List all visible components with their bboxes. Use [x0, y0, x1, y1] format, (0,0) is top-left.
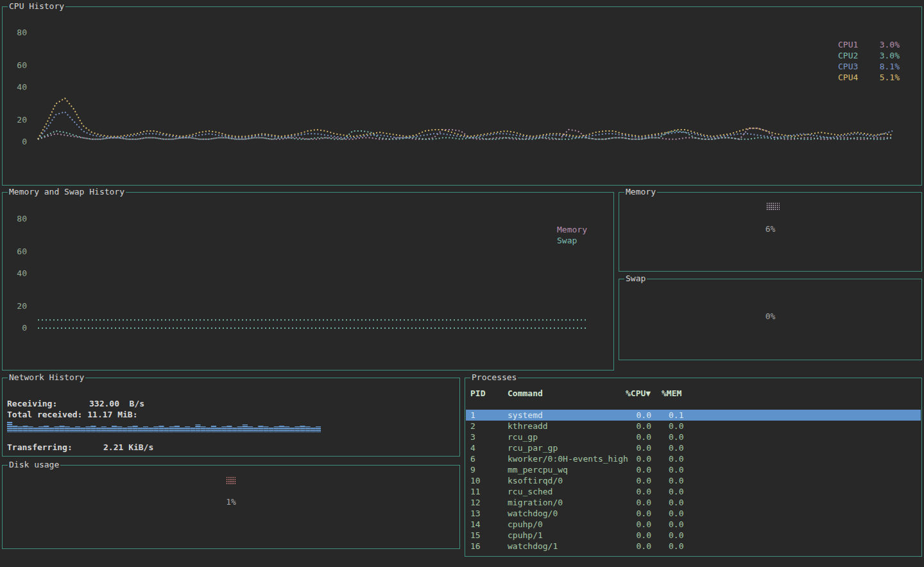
process-row[interactable]: 2kthreadd0.00.0: [466, 421, 921, 432]
process-mem: 0.1: [669, 410, 683, 421]
process-pid: 12: [470, 497, 481, 508]
process-pid: 16: [470, 541, 481, 552]
receiving-label: Receiving:: [7, 399, 57, 409]
process-cpu: 0.0: [626, 475, 651, 486]
process-cpu: 0.0: [626, 410, 651, 421]
disk-usage-title: Disk usage: [8, 460, 60, 470]
process-command: rcu_par_gp: [508, 442, 558, 453]
memory-gauge-title: Memory: [624, 187, 657, 197]
col-header-command[interactable]: Command: [508, 388, 543, 399]
process-row[interactable]: 15cpuhp/10.00.0: [466, 530, 921, 541]
col-header-pid[interactable]: PID: [470, 388, 485, 399]
cpu-history-chart: [3, 7, 921, 185]
process-cpu: 0.0: [626, 486, 651, 497]
process-row[interactable]: 1systemd0.00.1: [466, 410, 921, 421]
process-row[interactable]: 3rcu_gp0.00.0: [466, 432, 921, 442]
transferring-value: 2.21 KiB/s: [103, 442, 153, 453]
process-row[interactable]: 14cpuhp/00.00.0: [466, 519, 921, 530]
process-pid: 15: [470, 530, 481, 541]
process-command: systemd: [508, 410, 543, 421]
processes-title: Processes: [470, 372, 518, 383]
process-cpu: 0.0: [626, 508, 651, 519]
process-command: mm_percpu_wq: [508, 464, 568, 475]
col-header-mem[interactable]: %MEM: [662, 388, 681, 399]
process-cpu: 0.0: [626, 432, 651, 442]
process-row[interactable]: 13watchdog/00.00.0: [466, 508, 921, 519]
cpu-legend-entry: CPU13.0%: [838, 39, 900, 50]
process-cpu: 0.0: [626, 530, 651, 541]
process-row[interactable]: 11rcu_sched0.00.0: [466, 486, 921, 497]
cpu-legend-entry: CPU38.1%: [838, 61, 900, 72]
process-row[interactable]: 16watchdog/10.00.0: [466, 541, 921, 552]
process-pid: 14: [470, 519, 481, 530]
process-row[interactable]: 6kworker/0:0H-events_high0.00.0: [466, 453, 921, 464]
swap-gauge-panel: Swap 0%: [619, 279, 922, 360]
process-cpu: 0.0: [626, 464, 651, 475]
receiving-value: 332.00 B/s: [89, 399, 144, 409]
memswap-legend-entry: Memory: [557, 224, 587, 235]
process-mem: 0.0: [669, 464, 683, 475]
process-pid: 1: [470, 410, 475, 421]
process-pid: 10: [470, 475, 481, 486]
process-cpu: 0.0: [626, 519, 651, 530]
process-cpu: 0.0: [626, 421, 651, 432]
process-mem: 0.0: [669, 421, 683, 432]
process-row[interactable]: 10ksoftirqd/00.00.0: [466, 475, 921, 486]
process-command: watchdog/1: [508, 541, 558, 552]
transferring-label: Transferring:: [7, 442, 73, 453]
process-command: kworker/0:0H-events_high: [508, 453, 628, 464]
process-mem: 0.0: [669, 475, 683, 486]
process-mem: 0.0: [669, 508, 683, 519]
process-row[interactable]: 12migration/00.00.0: [466, 497, 921, 508]
process-mem: 0.0: [669, 442, 683, 453]
network-history-panel: Network History Receiving: 332.00 B/s To…: [2, 378, 460, 457]
disk-usage-panel: Disk usage 1%: [2, 465, 460, 549]
process-mem: 0.0: [669, 453, 683, 464]
process-pid: 2: [470, 421, 475, 432]
process-cpu: 0.0: [626, 442, 651, 453]
process-pid: 13: [470, 508, 481, 519]
col-header-cpu[interactable]: %CPU▼: [626, 388, 651, 399]
process-command: rcu_gp: [508, 432, 538, 442]
process-mem: 0.0: [669, 486, 683, 497]
memory-swap-chart: [3, 193, 613, 370]
process-row[interactable]: 9mm_percpu_wq0.00.0: [466, 464, 921, 475]
memory-swap-history-panel: Memory and Swap History 806040200 Memory…: [2, 192, 614, 371]
cpu-legend-entry: CPU23.0%: [838, 50, 900, 61]
process-cpu: 0.0: [626, 453, 651, 464]
process-pid: 11: [470, 486, 481, 497]
process-command: watchdog/0: [508, 508, 558, 519]
processes-panel: Processes PID Command %CPU▼ %MEM 1system…: [465, 378, 922, 557]
memswap-legend-entry: Swap: [557, 235, 577, 246]
process-pid: 3: [470, 432, 475, 442]
process-cpu: 0.0: [626, 541, 651, 552]
process-command: cpuhp/0: [508, 519, 543, 530]
network-receive-sparkline: [7, 414, 328, 433]
process-mem: 0.0: [669, 497, 683, 508]
process-mem: 0.0: [669, 432, 683, 442]
process-mem: 0.0: [669, 530, 683, 541]
process-mem: 0.0: [669, 541, 683, 552]
process-command: kthreadd: [508, 421, 548, 432]
memory-gauge-dots: [766, 202, 780, 211]
swap-gauge-title: Swap: [624, 274, 647, 284]
memory-gauge-percent: 6%: [619, 224, 921, 234]
process-row[interactable]: 4rcu_par_gp0.00.0: [466, 442, 921, 453]
disk-gauge-dots: [226, 476, 236, 485]
swap-gauge-percent: 0%: [619, 311, 921, 322]
disk-gauge-percent: 1%: [3, 497, 459, 507]
cpu-legend-entry: CPU45.1%: [838, 72, 900, 83]
memory-gauge-panel: Memory 6%: [619, 192, 922, 272]
process-command: ksoftirqd/0: [508, 475, 563, 486]
process-mem: 0.0: [669, 519, 683, 530]
process-pid: 4: [470, 442, 475, 453]
process-command: cpuhp/1: [508, 530, 543, 541]
process-cpu: 0.0: [626, 497, 651, 508]
process-command: migration/0: [508, 497, 563, 508]
process-pid: 6: [470, 453, 475, 464]
process-pid: 9: [470, 464, 475, 475]
network-history-title: Network History: [8, 372, 85, 383]
cpu-history-panel: CPU History 806040200 CPU13.0%CPU23.0%CP…: [2, 6, 922, 186]
process-command: rcu_sched: [508, 486, 552, 497]
